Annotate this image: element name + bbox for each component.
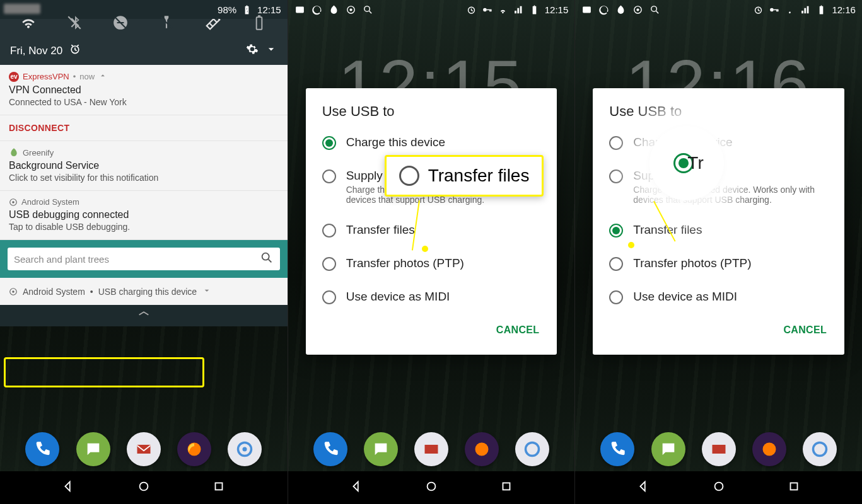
back-button[interactable] bbox=[349, 479, 363, 496]
phone-1-notification-shade: 98% 12:15 Fri, Nov 20 bbox=[0, 0, 288, 504]
cancel-button[interactable]: CANCEL bbox=[492, 319, 543, 341]
option-transfer-files[interactable]: Transfer files bbox=[306, 214, 557, 247]
dnd-toggle[interactable] bbox=[109, 11, 132, 34]
target-icon bbox=[346, 4, 356, 15]
notif-app-name: Greenify bbox=[23, 148, 54, 158]
vpn-key-icon bbox=[482, 4, 492, 15]
back-button[interactable] bbox=[636, 479, 650, 496]
battery-icon bbox=[816, 4, 827, 15]
callout-label: Tr bbox=[687, 153, 703, 173]
phone-app-icon[interactable] bbox=[313, 432, 347, 466]
search-input[interactable] bbox=[14, 254, 260, 265]
svg-point-13 bbox=[349, 8, 352, 11]
settings-icon[interactable] bbox=[246, 43, 259, 59]
battery-toggle[interactable] bbox=[248, 11, 271, 34]
svg-point-19 bbox=[428, 483, 436, 491]
svg-point-27 bbox=[762, 443, 776, 456]
notif-subtitle: Connected to USA - New York bbox=[9, 97, 279, 107]
svg-point-29 bbox=[714, 483, 723, 491]
notif-greenify[interactable]: Greenify Background Service Click to set… bbox=[0, 141, 288, 191]
recents-button[interactable] bbox=[212, 479, 226, 496]
notif-subtitle: Tap to disable USB debugging. bbox=[9, 222, 279, 232]
svg-rect-10 bbox=[216, 483, 223, 490]
radio-icon bbox=[609, 257, 623, 271]
search-box[interactable] bbox=[8, 248, 280, 270]
leaf-icon bbox=[615, 4, 626, 15]
browser-app-icon[interactable] bbox=[515, 432, 549, 466]
expand-icon[interactable] bbox=[265, 43, 277, 59]
chevron-down-icon[interactable] bbox=[202, 285, 212, 297]
status-time: 12:15 bbox=[545, 4, 569, 15]
dialog-title: Use USB to bbox=[306, 103, 557, 126]
alarm-icon bbox=[753, 4, 764, 15]
svg-point-28 bbox=[813, 443, 826, 456]
callout-label: Transfer files bbox=[428, 166, 530, 186]
mail-app-icon[interactable] bbox=[127, 432, 161, 466]
phone-app-icon[interactable] bbox=[600, 432, 634, 466]
home-button[interactable] bbox=[424, 479, 438, 496]
notif-app-name: Android System bbox=[21, 197, 79, 207]
messages-app-icon[interactable] bbox=[651, 432, 685, 466]
firefox-app-icon[interactable] bbox=[752, 432, 786, 466]
option-midi[interactable]: Use device as MIDI bbox=[593, 280, 844, 314]
browser-app-icon[interactable] bbox=[228, 432, 262, 466]
option-charge[interactable]: Charge this device bbox=[306, 126, 557, 159]
notif-expressvpn[interactable]: ev ExpressVPN • now VPN Connected Connec… bbox=[0, 65, 288, 141]
firefox-app-icon[interactable] bbox=[177, 432, 211, 466]
search-icon[interactable] bbox=[260, 251, 274, 267]
app-dock bbox=[0, 432, 288, 466]
signal-icon bbox=[513, 4, 524, 15]
cancel-button[interactable]: CANCEL bbox=[780, 319, 830, 341]
home-button[interactable] bbox=[137, 479, 151, 496]
phone-2-usb-dialog: 12:15 12:15 Use USB to Charge this devic… bbox=[288, 0, 575, 504]
messages-app-icon[interactable] bbox=[364, 432, 398, 466]
vpn-key-icon bbox=[769, 4, 779, 15]
recents-button[interactable] bbox=[787, 479, 801, 496]
phone-app-icon[interactable] bbox=[25, 432, 59, 466]
notif-usb-debugging[interactable]: Android System USB debugging connected T… bbox=[0, 191, 288, 240]
battery-charging-icon bbox=[242, 4, 252, 15]
home-button[interactable] bbox=[712, 479, 726, 496]
search-icon bbox=[649, 4, 660, 15]
annotation-leader-dot bbox=[422, 246, 428, 252]
wifi-icon bbox=[498, 4, 508, 15]
app-dock bbox=[575, 432, 862, 466]
target-icon bbox=[632, 4, 643, 15]
nav-bar bbox=[575, 471, 862, 504]
bluetooth-toggle[interactable] bbox=[63, 11, 86, 34]
shade-date: Fri, Nov 20 bbox=[10, 45, 62, 57]
usb-dialog: Use USB to Charge this device Supply pow… bbox=[593, 88, 844, 355]
notif-text: USB charging this device bbox=[98, 287, 197, 297]
disconnect-button[interactable]: DISCONNECT bbox=[0, 115, 288, 140]
status-time: 12:16 bbox=[832, 4, 856, 15]
nav-bar bbox=[288, 471, 575, 504]
mail-app-icon[interactable] bbox=[414, 432, 448, 466]
browser-app-icon[interactable] bbox=[803, 432, 837, 466]
notif-subtitle: Click to set visibility for this notific… bbox=[9, 173, 279, 183]
firefox-app-icon[interactable] bbox=[465, 432, 499, 466]
back-button[interactable] bbox=[61, 479, 75, 496]
alarm-icon[interactable] bbox=[69, 43, 81, 59]
svg-point-8 bbox=[243, 447, 247, 452]
option-transfer-photos[interactable]: Transfer photos (PTP) bbox=[593, 247, 844, 280]
svg-point-16 bbox=[483, 8, 487, 11]
option-transfer-photos[interactable]: Transfer photos (PTP) bbox=[306, 247, 557, 280]
radio-icon bbox=[322, 290, 336, 304]
system-icon bbox=[9, 287, 18, 296]
svg-point-3 bbox=[262, 253, 269, 260]
signal-icon bbox=[800, 4, 811, 15]
messages-app-icon[interactable] bbox=[76, 432, 110, 466]
notif-title: Background Service bbox=[9, 160, 279, 171]
mail-app-icon[interactable] bbox=[702, 432, 736, 466]
recents-button[interactable] bbox=[499, 479, 513, 496]
notif-title: USB debugging connected bbox=[9, 209, 279, 220]
expressvpn-icon: ev bbox=[9, 72, 19, 82]
alarm-icon bbox=[466, 4, 477, 15]
option-midi[interactable]: Use device as MIDI bbox=[306, 280, 557, 314]
shade-handle[interactable] bbox=[0, 305, 288, 326]
flashlight-toggle[interactable] bbox=[155, 11, 178, 34]
collapse-icon[interactable] bbox=[98, 71, 107, 82]
radio-icon bbox=[322, 257, 336, 271]
svg-rect-30 bbox=[790, 483, 797, 490]
notif-usb-charging[interactable]: Android System • USB charging this devic… bbox=[0, 278, 288, 305]
